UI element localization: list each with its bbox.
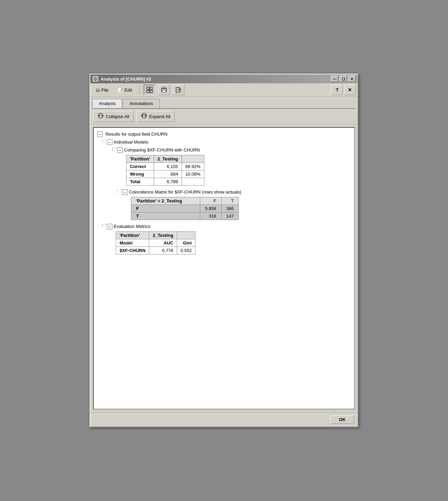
matrix-ff-val: 5,958 bbox=[200, 205, 222, 212]
edit-menu[interactable]: 📝 Edit bbox=[114, 86, 135, 94]
tab-annotations[interactable]: Annotations bbox=[123, 99, 160, 108]
restore-button[interactable]: ❑ bbox=[339, 76, 347, 82]
svg-rect-1 bbox=[150, 87, 152, 90]
matrix-f-label: F bbox=[131, 205, 200, 212]
eval-gini-val: 0.552 bbox=[177, 247, 195, 254]
svg-rect-3 bbox=[150, 90, 152, 93]
eval-row-xf: $XF-CHURN 0.776 0.552 bbox=[116, 247, 195, 254]
content-area: − Results for output field CHURN − Indiv… bbox=[90, 124, 358, 412]
file-menu[interactable]: 🗂 File bbox=[92, 86, 112, 94]
file-label: File bbox=[101, 87, 109, 93]
eval-xf-label: $XF-CHURN bbox=[116, 247, 149, 254]
individual-models-label: Individual Models bbox=[114, 139, 148, 145]
coincidence-table: 'Partition' = 2_Testing F T F 5,958 366 bbox=[131, 197, 239, 220]
comparing-table-container: 'Partition' 2_Testing Correct 6,105 89.9… bbox=[123, 155, 351, 186]
comparing-label: Comparing $XF-CHURN with CHURN bbox=[124, 147, 200, 153]
eval-gini-label: Gini bbox=[177, 239, 195, 247]
total-label: Total bbox=[126, 178, 154, 186]
action-bar: Collapse All Expand All bbox=[90, 109, 358, 124]
individual-models-expander[interactable]: − bbox=[107, 139, 112, 145]
coincidence-label: Coincidence Matrix for $XF-CHURN (rows s… bbox=[129, 189, 242, 195]
individual-models-section: − Individual Models − Comparing $XF-CHUR… bbox=[102, 139, 351, 220]
matrix-t-label: T bbox=[131, 212, 200, 220]
matrix-row-t: T 318 147 bbox=[131, 212, 239, 220]
main-window: Q Analysis of [CHURN] #2 — ❑ ✕ 🗂 File 📝 … bbox=[90, 74, 358, 427]
expand-all-button[interactable]: Expand All bbox=[136, 111, 175, 122]
eval-auc-label: AUC bbox=[149, 239, 177, 247]
comparing-node: − Comparing $XF-CHURN with CHURN bbox=[112, 147, 351, 153]
comparing-row-correct: Correct 6,105 89.92% bbox=[126, 163, 204, 170]
minimize-button[interactable]: — bbox=[331, 76, 338, 82]
toolbar-btn-2[interactable] bbox=[158, 85, 170, 95]
collapse-all-button[interactable]: Collapse All bbox=[93, 111, 134, 122]
evaluation-label: Evaluation Metrics bbox=[114, 224, 150, 229]
eval-auc-val: 0.776 bbox=[149, 247, 177, 254]
comparing-col-pct bbox=[182, 155, 204, 163]
wrong-label: Wrong bbox=[126, 170, 154, 178]
coincidence-node: − Coincidence Matrix for $XF-CHURN (rows… bbox=[117, 189, 351, 195]
matrix-t-header: T bbox=[221, 197, 239, 205]
eval-model-label: Model bbox=[116, 239, 149, 247]
footer: OK bbox=[90, 412, 358, 427]
grid-icon bbox=[146, 87, 153, 93]
edit-label: Edit bbox=[124, 87, 132, 93]
matrix-partition-header: 'Partition' = 2_Testing bbox=[131, 197, 200, 205]
wrong-pct: 10.08% bbox=[182, 170, 204, 178]
tabs-bar: Analysis Annotations bbox=[90, 97, 358, 108]
connector-4 bbox=[102, 224, 106, 228]
tree-panel: − Results for output field CHURN − Indiv… bbox=[93, 127, 355, 409]
close-window-button[interactable]: ✕ bbox=[348, 76, 356, 82]
eval-partition-empty bbox=[177, 232, 195, 239]
matrix-ft-val: 366 bbox=[221, 205, 239, 212]
comparing-expander[interactable]: − bbox=[117, 147, 123, 153]
help-button[interactable]: ? bbox=[331, 85, 343, 95]
matrix-f-header: F bbox=[200, 197, 222, 205]
file-icon: 🗂 bbox=[95, 87, 100, 93]
collapse-all-label: Collapse All bbox=[106, 114, 129, 119]
svg-text:A: A bbox=[180, 90, 182, 93]
correct-pct: 89.92% bbox=[182, 163, 204, 170]
evaluation-node: − Evaluation Metrics bbox=[102, 223, 351, 229]
comparing-col-testing: 2_Testing bbox=[154, 155, 182, 163]
svg-rect-0 bbox=[147, 87, 149, 90]
root-node: − Results for output field CHURN bbox=[97, 131, 351, 137]
collapse-icon bbox=[98, 113, 104, 120]
total-pct bbox=[182, 178, 204, 186]
correct-val: 6,105 bbox=[154, 163, 182, 170]
title-bar-controls: — ❑ ✕ bbox=[331, 76, 356, 82]
evaluation-table: 'Partition' 2_Testing Model AUC Gini $XF… bbox=[116, 231, 195, 254]
comparing-col-partition: 'Partition' bbox=[126, 155, 154, 163]
coincidence-section: − Coincidence Matrix for $XF-CHURN (rows… bbox=[117, 189, 351, 220]
toolbar-btn-3[interactable]: A bbox=[173, 85, 184, 95]
individual-models-node: − Individual Models bbox=[102, 139, 351, 145]
evaluation-expander[interactable]: − bbox=[107, 224, 112, 229]
ok-button[interactable]: OK bbox=[330, 415, 355, 424]
eval-partition-val: 2_Testing bbox=[149, 232, 177, 239]
coincidence-expander[interactable]: − bbox=[122, 189, 128, 195]
connector-3 bbox=[117, 190, 121, 193]
root-expander[interactable]: − bbox=[97, 132, 103, 137]
export-icon: A bbox=[175, 87, 182, 93]
svg-rect-7 bbox=[176, 87, 180, 92]
expand-svg bbox=[141, 113, 147, 119]
matrix-tf-val: 318 bbox=[200, 212, 222, 220]
eval-row-partition: 'Partition' 2_Testing bbox=[116, 232, 195, 239]
window-title: Analysis of [CHURN] #2 bbox=[101, 76, 329, 82]
svg-point-13 bbox=[101, 115, 103, 116]
connector-1 bbox=[102, 140, 106, 143]
svg-rect-2 bbox=[147, 90, 149, 93]
collapse-svg bbox=[98, 113, 104, 119]
matrix-row-f: F 5,958 366 bbox=[131, 205, 239, 212]
tab-analysis[interactable]: Analysis bbox=[92, 99, 122, 108]
svg-point-12 bbox=[99, 115, 100, 116]
toolbar-btn-1[interactable] bbox=[144, 85, 155, 95]
eval-partition-label: 'Partition' bbox=[116, 232, 149, 239]
correct-label: Correct bbox=[126, 163, 154, 170]
print-icon bbox=[161, 87, 167, 93]
comparing-row-total: Total 6,789 bbox=[126, 178, 204, 186]
window-icon: Q bbox=[92, 76, 99, 82]
edit-icon: 📝 bbox=[118, 87, 123, 93]
svg-rect-6 bbox=[162, 90, 166, 92]
connector-2 bbox=[112, 148, 116, 151]
close-menu-button[interactable]: ✕ bbox=[344, 85, 356, 95]
